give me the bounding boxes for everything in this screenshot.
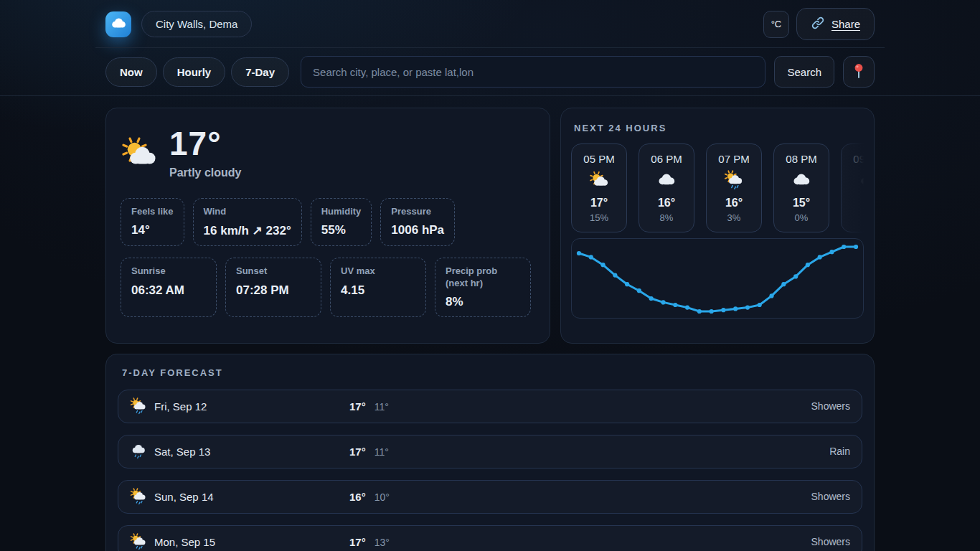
day-weather-icon [130, 533, 154, 550]
stat-chip: Pressure 1006 hPa [380, 198, 455, 246]
stat-label: Sunset [236, 265, 311, 277]
day-temps: 17° 13° [349, 536, 435, 548]
link-icon [811, 16, 825, 32]
share-label: Share [831, 18, 860, 30]
hour-time: 06 PM [642, 153, 691, 165]
day-low-temp: 11° [374, 446, 389, 458]
hour-card[interactable]: 06 PM 16° 8% [639, 143, 694, 232]
hour-card[interactable]: 08 PM 15° 0% [773, 143, 829, 232]
day-high-temp: 17° [349, 446, 366, 458]
stat-value: 8% [446, 295, 520, 309]
stat-value: 55% [321, 223, 362, 237]
tab-hourly[interactable]: Hourly [163, 57, 226, 87]
current-temp: 17° [169, 127, 241, 160]
hour-temp: 16° [642, 197, 691, 210]
forecast-row[interactable]: Sun, Sep 14 16° 10° Showers [118, 480, 862, 514]
hour-temp: 16° [710, 197, 758, 210]
day-weather-icon [130, 443, 154, 460]
hour-card[interactable]: 05 PM 17° 15% [571, 143, 627, 232]
partly-cloudy-icon [121, 135, 158, 172]
day-condition: Rain [435, 446, 850, 457]
forecast-title: 7-DAY FORECAST [122, 367, 862, 378]
hour-weather-icon [859, 184, 864, 196]
day-high-temp: 17° [349, 536, 366, 548]
hour-weather-icon [656, 184, 677, 196]
day-weather-icon [130, 397, 154, 415]
stat-value: 16 km/h ↗ 232° [204, 223, 291, 238]
search-input[interactable] [301, 56, 765, 88]
unit-toggle-button[interactable]: °C [763, 11, 789, 38]
hour-precip-probability: 3% [710, 212, 758, 223]
stat-chip: Precip prob (next hr) 8% [435, 258, 531, 317]
location-pin-button[interactable] [843, 56, 875, 88]
hour-time: 07 PM [710, 153, 758, 165]
hour-time: 05 PM [575, 153, 623, 165]
nav-bar: Now Hourly 7-Day Search [0, 48, 980, 96]
day-temps: 17° 11° [349, 400, 435, 413]
share-button[interactable]: Share [796, 8, 875, 40]
hour-time: 08 PM [777, 153, 826, 165]
day-temps: 16° 10° [349, 491, 435, 503]
tab-7day[interactable]: 7-Day [231, 57, 289, 87]
stat-value: 14° [131, 223, 174, 237]
day-low-temp: 11° [374, 401, 389, 413]
stats-row-1: Feels like 14° Wind 16 km/h ↗ 232° Humid… [121, 198, 535, 246]
day-high-temp: 16° [349, 491, 366, 503]
day-low-temp: 13° [374, 537, 390, 548]
day-condition: Showers [435, 536, 850, 547]
stat-label: Sunrise [131, 265, 206, 277]
seven-day-forecast-card: 7-DAY FORECAST Fri, Sep 12 17° 11° Showe… [105, 354, 875, 551]
hour-temp: 15° [777, 197, 826, 210]
app-logo [105, 11, 131, 37]
stat-label: Feels like [131, 206, 174, 217]
current-conditions-card: 17° Partly cloudy Feels like 14° Wind 16… [105, 108, 550, 344]
forecast-row[interactable]: Sat, Sep 13 17° 11° Rain [118, 435, 862, 468]
stat-value: 1006 hPa [391, 223, 444, 237]
day-label: Mon, Sep 15 [154, 536, 349, 548]
hour-card[interactable]: 09 PM [841, 143, 864, 232]
hour-precip-probability: 8% [642, 212, 691, 223]
hour-weather-icon [589, 184, 609, 196]
hour-time: 09 PM [844, 153, 864, 165]
current-condition: Partly cloudy [169, 166, 241, 179]
cloud-icon [110, 17, 127, 32]
hour-temp [844, 197, 864, 210]
stat-label: Precip prob (next hr) [446, 265, 520, 289]
stat-chip: Sunrise 06:32 AM [121, 258, 217, 317]
day-condition: Showers [435, 400, 850, 412]
stat-value: 07:28 PM [236, 283, 311, 298]
tab-now[interactable]: Now [105, 57, 157, 87]
header-bar: City Walls, Dema °C Share [0, 0, 980, 48]
stat-chip: Feels like 14° [121, 198, 184, 246]
stat-chip: Sunset 07:28 PM [225, 258, 321, 317]
day-label: Sat, Sep 13 [154, 446, 349, 458]
hour-precip-probability: 15% [575, 212, 623, 223]
search-button[interactable]: Search [774, 56, 834, 88]
stat-value: 06:32 AM [131, 283, 206, 298]
location-title: City Walls, Dema [141, 11, 252, 37]
day-label: Sun, Sep 14 [154, 491, 349, 503]
hour-card[interactable]: 07 PM 16° 3% [706, 143, 762, 232]
stat-label: Wind [204, 206, 291, 217]
hourly-scroller[interactable]: 05 PM 17° 15% 06 PM 16° 8% [571, 143, 864, 232]
forecast-list: Fri, Sep 12 17° 11° Showers Sat, Sep 13 … [118, 390, 862, 551]
temperature-sparkline-chart [571, 238, 864, 319]
day-temps: 17° 11° [349, 446, 435, 458]
stats-row-2: Sunrise 06:32 AM Sunset 07:28 PM UV max … [121, 258, 535, 317]
stat-value: 4.15 [341, 283, 415, 298]
stat-label: Humidity [321, 206, 362, 217]
next24-title: NEXT 24 HOURS [574, 123, 864, 133]
hour-temp: 17° [575, 197, 623, 210]
stat-chip: UV max 4.15 [330, 258, 426, 317]
day-label: Fri, Sep 12 [154, 400, 349, 413]
day-condition: Showers [435, 491, 850, 502]
hour-weather-icon [791, 184, 811, 196]
stat-label: Pressure [391, 206, 444, 217]
day-low-temp: 10° [374, 491, 390, 503]
hour-precip-probability: 0% [777, 212, 826, 223]
forecast-row[interactable]: Mon, Sep 15 17° 13° Showers [118, 525, 862, 551]
stat-chip: Wind 16 km/h ↗ 232° [193, 198, 302, 246]
stat-label: UV max [341, 265, 415, 277]
forecast-row[interactable]: Fri, Sep 12 17° 11° Showers [118, 390, 862, 423]
day-weather-icon [130, 488, 154, 505]
